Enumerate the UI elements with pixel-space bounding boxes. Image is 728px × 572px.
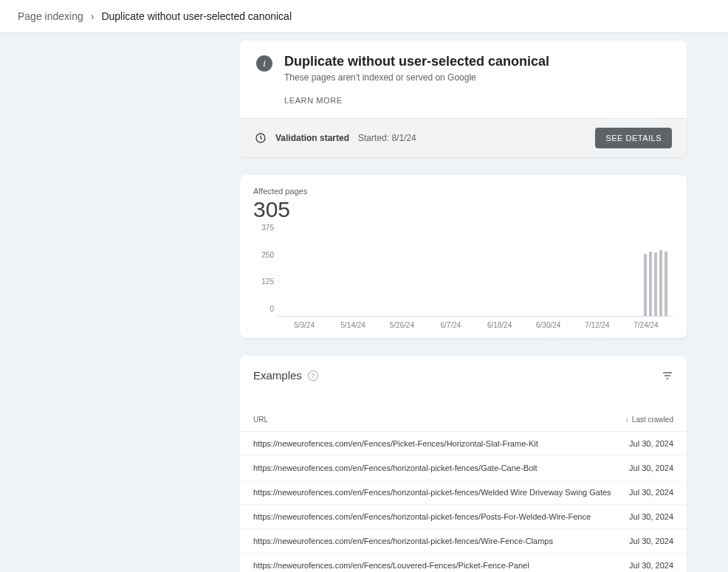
help-icon[interactable]: ? (308, 371, 318, 381)
summary-subtitle: These pages aren't indexed or served on … (284, 72, 549, 83)
examples-table-head: URL ↓ Last crawled (240, 405, 687, 432)
x-tick: 7/24/24 (622, 321, 670, 329)
summary-card: i Duplicate without user-selected canoni… (240, 41, 687, 157)
row-date: Jul 30, 2024 (629, 537, 673, 545)
validation-started-prefix: Started: (358, 133, 389, 143)
x-tick: 5/3/24 (280, 321, 329, 329)
breadcrumb-root[interactable]: Page indexing (18, 10, 83, 22)
chart-area: 0125250375 5/3/245/14/245/26/246/7/246/1… (253, 235, 673, 329)
examples-title: Examples (253, 369, 302, 382)
x-tick: 6/18/24 (475, 321, 524, 329)
x-tick: 5/26/24 (377, 321, 426, 329)
validation-started-date: 8/1/24 (391, 133, 416, 143)
see-details-button[interactable]: SEE DETAILS (595, 128, 672, 148)
table-row[interactable]: https://neweurofences.com/en/Fences/hori… (240, 480, 687, 505)
learn-more-link[interactable]: LEARN MORE (284, 96, 549, 105)
row-url: https://neweurofences.com/en/Fences/hori… (253, 488, 629, 497)
breadcrumb-leaf: Duplicate without user-selected canonica… (101, 10, 292, 22)
row-date: Jul 30, 2024 (629, 464, 673, 472)
sort-desc-icon: ↓ (625, 416, 629, 424)
table-row[interactable]: https://neweurofences.com/en/Fences/hori… (240, 456, 687, 480)
y-tick: 0 (269, 305, 274, 313)
chart-bar (665, 252, 667, 316)
chart-plot (277, 235, 673, 317)
y-tick: 250 (261, 250, 274, 258)
table-row[interactable]: https://neweurofences.com/en/Fences/Pick… (240, 432, 687, 456)
chart-bar (654, 252, 657, 316)
row-date: Jul 30, 2024 (629, 561, 673, 570)
row-date: Jul 30, 2024 (629, 439, 673, 448)
examples-card: Examples ? URL ↓ Last crawled https://ne… (240, 356, 687, 572)
row-url: https://neweurofences.com/en/Fences/Louv… (253, 561, 629, 570)
table-row[interactable]: https://neweurofences.com/en/Fences/hori… (240, 529, 687, 554)
summary-title: Duplicate without user-selected canonica… (284, 54, 549, 69)
x-tick: 5/14/24 (329, 321, 377, 329)
row-url: https://neweurofences.com/en/Fences/hori… (253, 464, 629, 472)
info-icon: i (256, 55, 272, 72)
affected-pages-value: 305 (253, 197, 673, 222)
row-url: https://neweurofences.com/en/Fences/Pick… (253, 439, 629, 448)
affected-pages-label: Affected pages (253, 187, 673, 196)
affected-pages-card: Affected pages 305 0125250375 5/3/245/14… (240, 175, 687, 338)
row-url: https://neweurofences.com/en/Fences/hori… (253, 512, 629, 521)
filter-icon[interactable] (662, 370, 673, 382)
chart-bar (644, 254, 647, 316)
clock-icon (255, 132, 267, 144)
validation-strip: Validation started Started: 8/1/24 SEE D… (240, 118, 687, 157)
validation-status-label: Validation started (275, 133, 349, 143)
table-row[interactable]: https://neweurofences.com/en/Fences/Louv… (240, 554, 687, 572)
chart-bar (649, 252, 652, 316)
breadcrumb: Page indexing › Duplicate without user-s… (0, 0, 728, 33)
x-tick: 7/12/24 (573, 321, 622, 329)
x-tick: 6/7/24 (426, 321, 475, 329)
col-url: URL (253, 416, 268, 424)
chart-bar (659, 250, 662, 316)
row-date: Jul 30, 2024 (629, 512, 673, 521)
chevron-right-icon: › (91, 10, 95, 22)
x-tick: 6/30/24 (524, 321, 573, 329)
col-last-crawled[interactable]: ↓ Last crawled (625, 416, 673, 424)
table-row[interactable]: https://neweurofences.com/en/Fences/hori… (240, 505, 687, 529)
y-tick: 375 (261, 224, 274, 232)
row-date: Jul 30, 2024 (629, 488, 673, 497)
row-url: https://neweurofences.com/en/Fences/hori… (253, 537, 629, 545)
y-tick: 125 (261, 278, 274, 286)
